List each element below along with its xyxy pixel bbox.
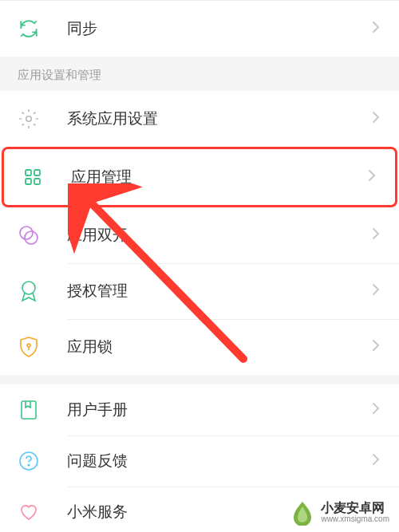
svg-point-7 (22, 282, 35, 294)
watermark: 小麦安卓网 www.xmsigma.com (289, 499, 389, 526)
svg-rect-1 (26, 170, 31, 175)
row-label: 应用管理 (71, 167, 368, 187)
svg-rect-4 (34, 179, 40, 184)
row-label: 应用双开 (67, 225, 372, 246)
row-label: 同步 (67, 18, 372, 39)
row-user-manual[interactable]: 用户手册 (0, 384, 399, 435)
svg-point-0 (26, 116, 32, 122)
watermark-url: www.xmsigma.com (321, 514, 389, 523)
row-dual-apps[interactable]: 应用双开 (0, 207, 399, 263)
chevron-right-icon (372, 402, 381, 418)
svg-rect-9 (22, 401, 36, 419)
book-icon (18, 399, 40, 421)
sync-icon (18, 18, 40, 40)
row-label: 系统应用设置 (67, 108, 372, 129)
row-sync[interactable]: 同步 (0, 1, 399, 57)
row-permissions[interactable]: 授权管理 (0, 263, 399, 319)
svg-point-8 (27, 344, 30, 347)
row-label: 用户手册 (67, 400, 372, 420)
section-header: 应用设置和管理 (0, 57, 399, 91)
badge-icon (18, 280, 40, 302)
row-label: 应用锁 (67, 337, 372, 357)
heart-icon (18, 501, 40, 523)
row-app-lock[interactable]: 应用锁 (0, 319, 399, 375)
gear-icon (18, 108, 40, 130)
chevron-right-icon (372, 111, 381, 127)
watermark-logo-icon (289, 499, 316, 526)
chevron-right-icon (372, 227, 381, 243)
row-system-apps[interactable]: 系统应用设置 (0, 91, 399, 147)
svg-rect-3 (26, 179, 31, 184)
chevron-right-icon (368, 169, 377, 185)
row-app-manage[interactable]: 应用管理 (2, 147, 397, 207)
watermark-title: 小麦安卓网 (321, 501, 389, 515)
dual-circles-icon (18, 224, 40, 246)
chevron-right-icon (372, 339, 381, 355)
svg-rect-2 (34, 170, 40, 175)
svg-point-11 (28, 464, 30, 466)
row-label: 授权管理 (67, 281, 372, 301)
chevron-right-icon (372, 453, 381, 469)
help-icon (18, 450, 40, 472)
chevron-right-icon (372, 283, 381, 299)
shield-lock-icon (18, 336, 40, 358)
chevron-right-icon (372, 21, 381, 37)
row-label: 问题反馈 (67, 451, 372, 471)
grid-icon (22, 166, 44, 188)
row-feedback[interactable]: 问题反馈 (0, 435, 399, 487)
